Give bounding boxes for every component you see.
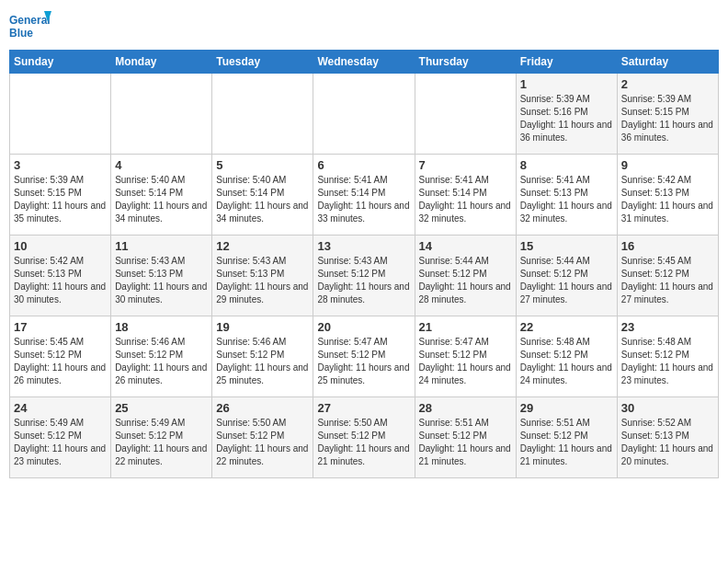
- day-number: 4: [115, 158, 208, 172]
- day-number: 21: [419, 320, 512, 334]
- day-number: 28: [419, 401, 512, 415]
- calendar-cell: [212, 74, 313, 155]
- calendar-week-3: 10Sunrise: 5:42 AM Sunset: 5:13 PM Dayli…: [10, 236, 719, 316]
- day-number: 6: [317, 158, 410, 172]
- calendar-week-2: 3Sunrise: 5:39 AM Sunset: 5:15 PM Daylig…: [10, 155, 719, 236]
- day-number: 9: [621, 158, 714, 172]
- calendar-cell: 6Sunrise: 5:41 AM Sunset: 5:14 PM Daylig…: [313, 155, 415, 236]
- calendar-week-1: 1Sunrise: 5:39 AM Sunset: 5:16 PM Daylig…: [10, 74, 719, 155]
- calendar-cell: 19Sunrise: 5:46 AM Sunset: 5:12 PM Dayli…: [212, 316, 313, 397]
- cell-info: Sunrise: 5:43 AM Sunset: 5:13 PM Dayligh…: [216, 255, 309, 306]
- day-number: 29: [520, 401, 613, 415]
- cell-info: Sunrise: 5:50 AM Sunset: 5:12 PM Dayligh…: [317, 417, 410, 468]
- cell-info: Sunrise: 5:46 AM Sunset: 5:12 PM Dayligh…: [216, 336, 309, 387]
- calendar-cell: 7Sunrise: 5:41 AM Sunset: 5:14 PM Daylig…: [415, 155, 516, 236]
- calendar-cell: 27Sunrise: 5:50 AM Sunset: 5:12 PM Dayli…: [313, 397, 415, 478]
- weekday-header-thursday: Thursday: [415, 51, 516, 74]
- cell-info: Sunrise: 5:45 AM Sunset: 5:12 PM Dayligh…: [621, 255, 714, 306]
- calendar-cell: 17Sunrise: 5:45 AM Sunset: 5:12 PM Dayli…: [10, 316, 111, 397]
- day-number: 15: [520, 239, 613, 253]
- calendar-cell: 10Sunrise: 5:42 AM Sunset: 5:13 PM Dayli…: [10, 236, 111, 316]
- cell-info: Sunrise: 5:46 AM Sunset: 5:12 PM Dayligh…: [115, 336, 208, 387]
- calendar-cell: 30Sunrise: 5:52 AM Sunset: 5:13 PM Dayli…: [617, 397, 718, 478]
- cell-info: Sunrise: 5:43 AM Sunset: 5:13 PM Dayligh…: [115, 255, 208, 306]
- calendar-header: SundayMondayTuesdayWednesdayThursdayFrid…: [10, 51, 719, 74]
- day-number: 26: [216, 401, 309, 415]
- day-number: 24: [14, 401, 107, 415]
- cell-info: Sunrise: 5:41 AM Sunset: 5:13 PM Dayligh…: [520, 174, 613, 225]
- calendar-cell: 24Sunrise: 5:49 AM Sunset: 5:12 PM Dayli…: [10, 397, 111, 478]
- calendar-cell: 14Sunrise: 5:44 AM Sunset: 5:12 PM Dayli…: [415, 236, 516, 316]
- day-number: 22: [520, 320, 613, 334]
- calendar-cell: [415, 74, 516, 155]
- cell-info: Sunrise: 5:39 AM Sunset: 5:15 PM Dayligh…: [621, 93, 714, 144]
- day-number: 5: [216, 158, 309, 172]
- day-number: 13: [317, 239, 410, 253]
- calendar-cell: 2Sunrise: 5:39 AM Sunset: 5:15 PM Daylig…: [617, 74, 718, 155]
- calendar-cell: 5Sunrise: 5:40 AM Sunset: 5:14 PM Daylig…: [212, 155, 313, 236]
- day-number: 30: [621, 401, 714, 415]
- cell-info: Sunrise: 5:48 AM Sunset: 5:12 PM Dayligh…: [520, 336, 613, 387]
- calendar-cell: 23Sunrise: 5:48 AM Sunset: 5:12 PM Dayli…: [617, 316, 718, 397]
- cell-info: Sunrise: 5:42 AM Sunset: 5:13 PM Dayligh…: [621, 174, 714, 225]
- day-number: 16: [621, 239, 714, 253]
- weekday-header-wednesday: Wednesday: [313, 51, 415, 74]
- weekday-header-saturday: Saturday: [617, 51, 718, 74]
- cell-info: Sunrise: 5:48 AM Sunset: 5:12 PM Dayligh…: [621, 336, 714, 387]
- calendar-week-4: 17Sunrise: 5:45 AM Sunset: 5:12 PM Dayli…: [10, 316, 719, 397]
- cell-info: Sunrise: 5:39 AM Sunset: 5:16 PM Dayligh…: [520, 93, 613, 144]
- day-number: 1: [520, 77, 613, 91]
- page-header: General Blue: [9, 9, 719, 44]
- day-number: 3: [14, 158, 107, 172]
- day-number: 10: [14, 239, 107, 253]
- calendar-cell: 11Sunrise: 5:43 AM Sunset: 5:13 PM Dayli…: [111, 236, 212, 316]
- day-number: 20: [317, 320, 410, 334]
- cell-info: Sunrise: 5:40 AM Sunset: 5:14 PM Dayligh…: [216, 174, 309, 225]
- weekday-header-friday: Friday: [516, 51, 617, 74]
- cell-info: Sunrise: 5:43 AM Sunset: 5:12 PM Dayligh…: [317, 255, 410, 306]
- cell-info: Sunrise: 5:41 AM Sunset: 5:14 PM Dayligh…: [317, 174, 410, 225]
- logo-svg: General Blue: [9, 9, 55, 44]
- calendar-cell: [111, 74, 212, 155]
- calendar-cell: 22Sunrise: 5:48 AM Sunset: 5:12 PM Dayli…: [516, 316, 617, 397]
- cell-info: Sunrise: 5:44 AM Sunset: 5:12 PM Dayligh…: [520, 255, 613, 306]
- calendar-cell: 20Sunrise: 5:47 AM Sunset: 5:12 PM Dayli…: [313, 316, 415, 397]
- calendar-cell: 29Sunrise: 5:51 AM Sunset: 5:12 PM Dayli…: [516, 397, 617, 478]
- calendar-table: SundayMondayTuesdayWednesdayThursdayFrid…: [9, 50, 719, 478]
- calendar-week-5: 24Sunrise: 5:49 AM Sunset: 5:12 PM Dayli…: [10, 397, 719, 478]
- weekday-header-monday: Monday: [111, 51, 212, 74]
- cell-info: Sunrise: 5:40 AM Sunset: 5:14 PM Dayligh…: [115, 174, 208, 225]
- day-number: 27: [317, 401, 410, 415]
- calendar-cell: [10, 74, 111, 155]
- day-number: 8: [520, 158, 613, 172]
- day-number: 11: [115, 239, 208, 253]
- day-number: 17: [14, 320, 107, 334]
- day-number: 23: [621, 320, 714, 334]
- calendar-cell: 3Sunrise: 5:39 AM Sunset: 5:15 PM Daylig…: [10, 155, 111, 236]
- day-number: 2: [621, 77, 714, 91]
- day-number: 14: [419, 239, 512, 253]
- day-number: 7: [419, 158, 512, 172]
- calendar-cell: 12Sunrise: 5:43 AM Sunset: 5:13 PM Dayli…: [212, 236, 313, 316]
- calendar-cell: 13Sunrise: 5:43 AM Sunset: 5:12 PM Dayli…: [313, 236, 415, 316]
- calendar-cell: 25Sunrise: 5:49 AM Sunset: 5:12 PM Dayli…: [111, 397, 212, 478]
- day-number: 18: [115, 320, 208, 334]
- cell-info: Sunrise: 5:51 AM Sunset: 5:12 PM Dayligh…: [520, 417, 613, 468]
- calendar-cell: 26Sunrise: 5:50 AM Sunset: 5:12 PM Dayli…: [212, 397, 313, 478]
- cell-info: Sunrise: 5:51 AM Sunset: 5:12 PM Dayligh…: [419, 417, 512, 468]
- cell-info: Sunrise: 5:44 AM Sunset: 5:12 PM Dayligh…: [419, 255, 512, 306]
- cell-info: Sunrise: 5:50 AM Sunset: 5:12 PM Dayligh…: [216, 417, 309, 468]
- cell-info: Sunrise: 5:49 AM Sunset: 5:12 PM Dayligh…: [115, 417, 208, 468]
- cell-info: Sunrise: 5:47 AM Sunset: 5:12 PM Dayligh…: [317, 336, 410, 387]
- weekday-header-sunday: Sunday: [10, 51, 111, 74]
- weekday-header-tuesday: Tuesday: [212, 51, 313, 74]
- svg-text:General: General: [9, 14, 51, 27]
- calendar-cell: 9Sunrise: 5:42 AM Sunset: 5:13 PM Daylig…: [617, 155, 718, 236]
- calendar-cell: 8Sunrise: 5:41 AM Sunset: 5:13 PM Daylig…: [516, 155, 617, 236]
- day-number: 25: [115, 401, 208, 415]
- calendar-cell: 4Sunrise: 5:40 AM Sunset: 5:14 PM Daylig…: [111, 155, 212, 236]
- logo: General Blue: [9, 9, 55, 44]
- day-number: 19: [216, 320, 309, 334]
- cell-info: Sunrise: 5:49 AM Sunset: 5:12 PM Dayligh…: [14, 417, 107, 468]
- calendar-cell: 28Sunrise: 5:51 AM Sunset: 5:12 PM Dayli…: [415, 397, 516, 478]
